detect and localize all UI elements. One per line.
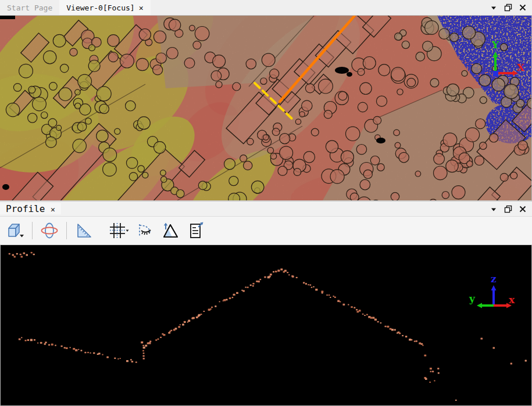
measure-triangle-icon xyxy=(74,221,93,240)
hide-section-icon xyxy=(134,221,154,240)
float-window-icon[interactable] xyxy=(504,3,513,12)
tab-start-page[interactable]: Start Page xyxy=(0,0,59,15)
orbit-rotate-button[interactable] xyxy=(38,219,61,242)
tab-profile-label: Profile xyxy=(6,203,45,214)
dropdown-arrow-icon[interactable] xyxy=(489,3,498,12)
tab-viewer-0-label: Viewer-0[Focus] xyxy=(66,3,134,12)
tab-viewer-0[interactable]: Viewer-0[Focus] ✕ xyxy=(59,0,150,15)
viewer-window-controls xyxy=(489,3,532,12)
axis-label-x: x xyxy=(509,294,515,306)
profile-grid-icon xyxy=(108,221,129,240)
tab-profile[interactable]: Profile ✕ xyxy=(0,203,61,214)
axis-label-X: X xyxy=(517,62,525,73)
view-cube-icon xyxy=(5,221,25,240)
tab-start-page-label: Start Page xyxy=(7,3,52,12)
profile-grid-button[interactable] xyxy=(107,219,130,242)
profile-tab-bar: Profile ✕ xyxy=(0,202,532,217)
axis-label-Y: Y xyxy=(491,39,499,51)
elevation-mountain-icon xyxy=(160,221,179,240)
axis-label-z: z xyxy=(491,273,497,285)
profile-toolbar xyxy=(0,217,532,245)
measure-triangle-button[interactable] xyxy=(72,219,95,242)
axis-label-y: y xyxy=(469,293,476,304)
toolbar-separator xyxy=(32,222,33,239)
profile-close-icon[interactable]: ✕ xyxy=(51,205,55,214)
view-cube-button[interactable] xyxy=(3,219,27,242)
main-tab-bar: Start Page Viewer-0[Focus] ✕ xyxy=(0,0,532,16)
hide-section-button[interactable] xyxy=(133,219,156,242)
elevation-mountain-button[interactable] xyxy=(158,219,181,242)
close-window-icon[interactable] xyxy=(518,3,527,12)
profile-window-controls xyxy=(489,204,532,214)
close-window-icon[interactable] xyxy=(518,204,527,214)
toolbar-separator xyxy=(66,222,67,239)
report-export-icon xyxy=(186,221,205,240)
orbit-rotate-icon xyxy=(40,221,59,240)
profile-section-viewer[interactable]: zxy xyxy=(0,245,532,406)
report-export-button[interactable] xyxy=(184,219,207,242)
dropdown-arrow-icon[interactable] xyxy=(489,204,498,214)
tab-close-icon[interactable]: ✕ xyxy=(139,4,144,12)
float-window-icon[interactable] xyxy=(504,204,513,214)
point-cloud-top-viewer[interactable]: YX xyxy=(0,16,532,202)
